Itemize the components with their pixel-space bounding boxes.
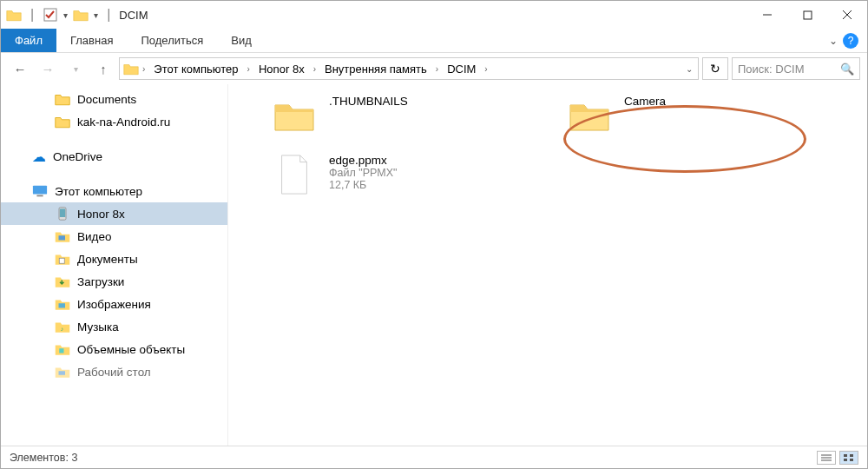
- sidebar[interactable]: Documents kak-na-Android.ru ☁ OneDrive Э…: [1, 84, 228, 446]
- sidebar-item-desktop[interactable]: Рабочий стол: [1, 360, 227, 383]
- folder-icon: [123, 61, 139, 76]
- sidebar-item-label: Этот компьютер: [55, 185, 142, 198]
- chevron-right-icon[interactable]: ›: [312, 64, 318, 74]
- qat-dropdown-icon[interactable]: ▾: [63, 10, 68, 20]
- separator-icon: |: [30, 7, 34, 23]
- tab-home[interactable]: Главная: [56, 29, 127, 52]
- close-button[interactable]: [827, 1, 867, 29]
- svg-rect-18: [844, 454, 847, 457]
- maximize-button[interactable]: [787, 1, 827, 29]
- svg-rect-13: [59, 348, 63, 353]
- view-details-button[interactable]: [817, 451, 836, 465]
- chevron-right-icon[interactable]: ›: [483, 64, 489, 74]
- body: Documents kak-na-Android.ru ☁ OneDrive Э…: [1, 84, 867, 446]
- svg-rect-9: [59, 235, 66, 240]
- breadcrumb-seg[interactable]: Honor 8x: [253, 61, 310, 77]
- titlebar-left: | ▾ ▾ | DCIM: [6, 7, 148, 23]
- folder-icon: [6, 7, 22, 23]
- content-pane[interactable]: .THUMBNAILS Camera: [228, 84, 867, 446]
- chevron-right-icon[interactable]: ›: [246, 64, 252, 74]
- svg-rect-6: [36, 195, 43, 197]
- tab-file[interactable]: Файл: [1, 29, 56, 52]
- chevron-right-icon[interactable]: ›: [141, 64, 147, 74]
- breadcrumb-seg[interactable]: Этот компьютер: [148, 61, 243, 77]
- app-folder-icon: [73, 7, 89, 23]
- sidebar-item-video[interactable]: Видео: [1, 225, 227, 248]
- svg-rect-19: [850, 454, 853, 457]
- sidebar-item-downloads[interactable]: Загрузки: [1, 270, 227, 293]
- view-icons-button[interactable]: [839, 451, 858, 465]
- search-icon: 🔍: [840, 63, 854, 76]
- separator-icon: |: [107, 7, 110, 23]
- ribbon-collapse-icon[interactable]: ⌄: [829, 35, 838, 47]
- svg-rect-8: [60, 208, 65, 217]
- explorer-window: | ▾ ▾ | DCIM Файл Главная: [0, 0, 868, 469]
- breadcrumb-seg[interactable]: DCIM: [442, 61, 481, 77]
- sidebar-item-label: Documents: [77, 93, 136, 106]
- svg-rect-14: [59, 371, 66, 375]
- chevron-right-icon[interactable]: ›: [434, 64, 440, 74]
- sidebar-item-documents[interactable]: Documents: [1, 88, 227, 110]
- titlebar: | ▾ ▾ | DCIM: [1, 1, 867, 29]
- ribbon: Файл Главная Поделиться Вид ⌄ ?: [1, 29, 867, 53]
- refresh-button[interactable]: ↻: [702, 57, 728, 80]
- sidebar-item-label: Музыка: [77, 320, 119, 334]
- file-name: Camera: [624, 95, 666, 108]
- back-button[interactable]: ←: [8, 57, 32, 80]
- checkmark-icon[interactable]: [43, 7, 58, 23]
- breadcrumb[interactable]: › Этот компьютер › Honor 8x › Внутренняя…: [119, 57, 699, 80]
- sidebar-item-music[interactable]: ♪ Музыка: [1, 315, 227, 338]
- sidebar-item-honor8x[interactable]: Honor 8x: [1, 202, 227, 225]
- folder-item-thumbnails[interactable]: .THUMBNAILS: [270, 95, 513, 136]
- svg-rect-20: [844, 459, 847, 461]
- svg-rect-5: [33, 186, 47, 195]
- folder-item-camera[interactable]: Camera: [565, 95, 808, 136]
- svg-rect-21: [850, 459, 853, 461]
- svg-text:♪: ♪: [61, 326, 63, 332]
- search-input[interactable]: Поиск: DCIM 🔍: [732, 57, 860, 80]
- svg-rect-10: [59, 258, 64, 263]
- tab-view[interactable]: Вид: [217, 29, 266, 52]
- sidebar-item-kak-na-android[interactable]: kak-na-Android.ru: [1, 110, 227, 133]
- window-controls: [747, 1, 867, 29]
- sidebar-item-label: Изображения: [77, 298, 151, 311]
- file-name: edge.ppmx: [329, 154, 398, 167]
- file-name: .THUMBNAILS: [329, 95, 408, 108]
- sidebar-item-label: Рабочий стол: [77, 366, 151, 379]
- file-type: Файл "PPMX": [329, 167, 398, 179]
- addressbar: ← → ▾ ↑ › Этот компьютер › Honor 8x › Вн…: [1, 53, 867, 84]
- minimize-button[interactable]: [747, 1, 787, 29]
- window-title: DCIM: [119, 9, 148, 22]
- tab-share[interactable]: Поделиться: [127, 29, 217, 52]
- sidebar-item-docs[interactable]: Документы: [1, 248, 227, 270]
- sidebar-item-label: OneDrive: [53, 150, 102, 163]
- recent-dropdown[interactable]: ▾: [63, 57, 88, 80]
- forward-button[interactable]: →: [36, 57, 60, 80]
- title-dropdown-icon[interactable]: ▾: [94, 10, 98, 20]
- statusbar: Элементов: 3: [1, 446, 867, 468]
- search-placeholder: Поиск: DCIM: [738, 63, 804, 76]
- onedrive-icon: ☁: [32, 149, 46, 165]
- sidebar-item-pictures[interactable]: Изображения: [1, 293, 227, 315]
- status-count: Элементов: 3: [10, 452, 77, 464]
- ribbon-right: ⌄ ?: [829, 29, 867, 52]
- view-switcher: [817, 451, 858, 465]
- help-button[interactable]: ?: [843, 33, 858, 49]
- sidebar-item-label: Загрузки: [77, 275, 124, 288]
- sidebar-item-label: Видео: [77, 230, 111, 243]
- breadcrumb-seg[interactable]: Внутренняя память: [319, 61, 432, 77]
- svg-rect-11: [59, 303, 66, 307]
- folder-icon: [565, 95, 614, 136]
- up-button[interactable]: ↑: [91, 57, 115, 80]
- sidebar-item-label: Документы: [77, 253, 138, 266]
- file-item-edge[interactable]: edge.ppmx Файл "PPMX" 12,7 КБ: [270, 154, 513, 195]
- address-dropdown-icon[interactable]: ⌄: [686, 64, 693, 74]
- sidebar-item-3d[interactable]: Объемные объекты: [1, 338, 227, 360]
- sidebar-item-onedrive[interactable]: ☁ OneDrive: [1, 145, 227, 168]
- file-size: 12,7 КБ: [329, 179, 398, 191]
- sidebar-item-label: kak-na-Android.ru: [77, 116, 170, 129]
- sidebar-item-thispc[interactable]: Этот компьютер: [1, 180, 227, 202]
- file-icon: [270, 154, 319, 195]
- sidebar-item-label: Объемные объекты: [77, 343, 185, 356]
- svg-rect-2: [804, 11, 812, 19]
